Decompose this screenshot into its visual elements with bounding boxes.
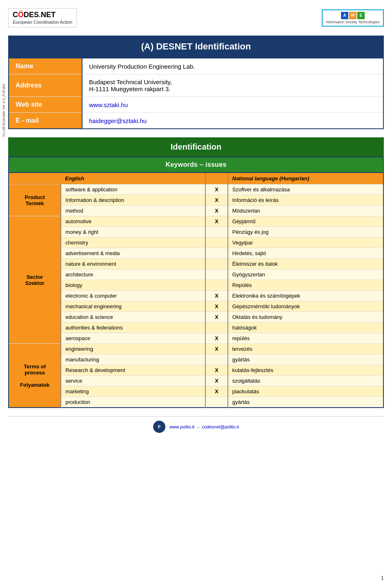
eng-21: production [61, 397, 205, 408]
kw-row-5: money & right Pénzügy és jog [9, 227, 383, 238]
footer-link2[interactable]: codesnet@polito.it [202, 424, 239, 429]
eng-7: advertisement & media [61, 248, 205, 259]
col-category [9, 173, 61, 184]
hun-16: tervezés [228, 344, 383, 354]
x-2: X [205, 195, 227, 206]
value-name: University Production Engineering Lab. [82, 58, 383, 74]
eng-11: electronic & computer [61, 291, 205, 301]
x-3: X [205, 206, 227, 216]
eng-17: manufacturing [61, 354, 205, 365]
hun-11: Elektronika és számítógépek [228, 291, 383, 301]
eng-5: money & right [61, 227, 205, 238]
x-9 [205, 269, 227, 280]
col-header-row: English National language (Hungarian) [9, 173, 383, 184]
eng-6: chemistry [61, 238, 205, 248]
info-row-website: Web site www.sztaki.hu [9, 97, 383, 113]
kw-row-10: biology Repülés [9, 280, 383, 291]
eng-18: Research & development [61, 365, 205, 376]
x-10 [205, 280, 227, 291]
logo-right-subtitle: Information Society Technologies [326, 20, 380, 24]
kw-row-6: chemistry Vegyipar [9, 238, 383, 248]
page-number: 1 [381, 575, 384, 581]
eng-10: biology [61, 280, 205, 291]
keywords-title: Keywords – issues [9, 157, 383, 173]
eng-16: engineering [61, 344, 205, 354]
cat-sector: SectorSzektor [9, 216, 61, 344]
footer-links: www.polito.it – codesnet@polito.it [169, 424, 239, 429]
x-15: X [205, 333, 227, 344]
x-16: X [205, 344, 227, 354]
hun-8: Élelmiszer és italok [228, 259, 383, 269]
kw-row-8: nature & environment Élelmiszer és italo… [9, 259, 383, 269]
kw-row-21: production gyártás [9, 397, 383, 408]
eng-2: Information & description [61, 195, 205, 206]
eng-8: nature & environment [61, 259, 205, 269]
info-table: Name University Production Engineering L… [8, 58, 384, 129]
value-address: Budapest Technical University,H-1111 Mue… [82, 74, 383, 97]
hun-21: gyártás [228, 397, 383, 408]
kw-row-4: SectorSzektor automotive X Gépjármű [9, 216, 383, 227]
footer-logo: P [153, 421, 165, 433]
website-link[interactable]: www.sztaki.hu [89, 101, 128, 108]
kw-row-13: education & science X Oktatás és tudomán… [9, 312, 383, 323]
x-17 [205, 354, 227, 365]
hun-19: szolgáltatás [228, 376, 383, 386]
cat-terms: Terms ofprocessFolyamatok [9, 344, 61, 408]
logo-right: A W E Information Society Technologies [322, 9, 384, 27]
col-english: English [61, 173, 205, 184]
kw-row-15: aerospace X repülés [9, 333, 383, 344]
eng-19: service [61, 376, 205, 386]
info-row-address: Address Budapest Technical University,H-… [9, 74, 383, 97]
kw-row-17: manufacturing gyártás [9, 354, 383, 365]
logo-left-title: CÖDES.NET [13, 11, 72, 19]
hun-1: Szoftver és alkalmazása [228, 184, 383, 195]
hun-17: gyártás [228, 354, 383, 365]
hun-12: Gépészmérnöki tudományok [228, 301, 383, 312]
kw-row-11: electronic & computer X Elektronika és s… [9, 291, 383, 301]
hun-20: piackutatás [228, 386, 383, 397]
x-13: X [205, 312, 227, 323]
eng-12: mechanical engineering [61, 301, 205, 312]
x-18: X [205, 365, 227, 376]
footer: P www.polito.it – codesnet@polito.it [8, 416, 384, 435]
label-address: Address [9, 74, 82, 97]
kw-row-18: Research & development X kutatás-fejlesz… [9, 365, 383, 376]
eng-1: software & application [61, 184, 205, 195]
eng-3: method [61, 206, 205, 216]
kw-row-1: ProductTermék software & application X S… [9, 184, 383, 195]
x-1: X [205, 184, 227, 195]
info-row-email: E - mail haidegger@sztaki.hu [9, 113, 383, 129]
logo-box-green: E [357, 12, 365, 19]
x-4: X [205, 216, 227, 227]
kw-row-16: Terms ofprocessFolyamatok engineering X … [9, 344, 383, 354]
keywords-title-row: Keywords – issues [9, 157, 383, 173]
x-14 [205, 323, 227, 333]
eng-13: education & science [61, 312, 205, 323]
x-20: X [205, 386, 227, 397]
kw-row-3: method X Módszertan [9, 206, 383, 216]
hun-13: Oktatás és tudomány [228, 312, 383, 323]
kw-row-2: Information & description X Információ é… [9, 195, 383, 206]
kw-row-12: mechanical engineering X Gépészmérnöki t… [9, 301, 383, 312]
value-website: www.sztaki.hu [82, 97, 383, 113]
kw-row-9: architecture Gyógyszertan [9, 269, 383, 280]
logo-left: CÖDES.NET European Coordination Action [8, 8, 77, 27]
hun-5: Pénzügy és jog [228, 227, 383, 238]
x-12: X [205, 301, 227, 312]
eng-4: automotive [61, 216, 205, 227]
eng-9: architecture [61, 269, 205, 280]
footer-link1[interactable]: www.polito.it [169, 424, 194, 429]
kw-row-20: marketing X piackutatás [9, 386, 383, 397]
eng-20: marketing [61, 386, 205, 397]
email-link[interactable]: haidegger@sztaki.hu [89, 117, 147, 124]
kw-row-14: authorities & federations hatóságok [9, 323, 383, 333]
col-national: National language (Hungarian) [228, 173, 383, 184]
eng-14: authorities & federations [61, 323, 205, 333]
logo-box-orange: W [349, 12, 356, 19]
kw-row-7: advertisement & media Hirdetés, sajtó [9, 248, 383, 259]
hun-3: Módszertan [228, 206, 383, 216]
hun-6: Vegyipar [228, 238, 383, 248]
section-a-title: (A) DESNET Identification [8, 36, 384, 58]
logo-left-subtitle: European Coordination Action [13, 19, 72, 25]
keywords-table: Keywords – issues English National langu… [8, 157, 384, 408]
